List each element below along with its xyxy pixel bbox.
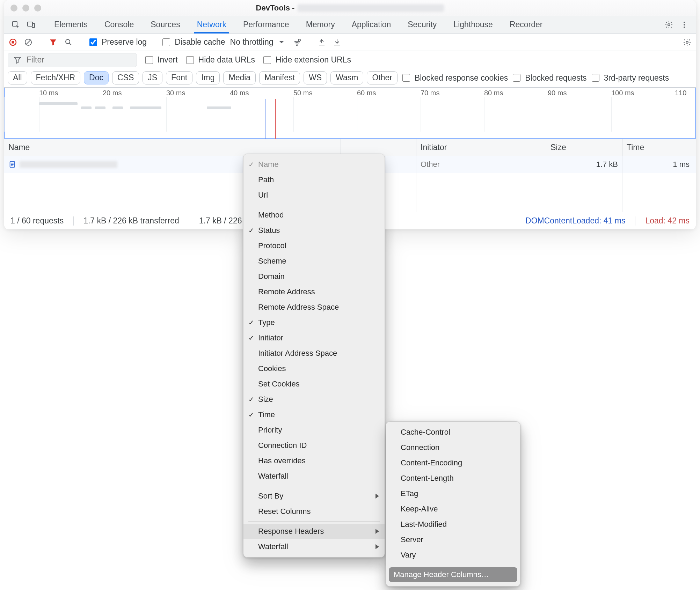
submenu-keep-alive[interactable]: Keep-Alive	[386, 501, 520, 517]
menu-item-connection-id[interactable]: Connection ID	[243, 438, 385, 453]
preserve-log-checkbox[interactable]: Preserve log	[88, 37, 147, 47]
minimize-dot[interactable]	[22, 5, 29, 12]
menu-item-protocol[interactable]: Protocol	[243, 238, 385, 253]
menu-item-has-overrides[interactable]: Has overrides	[243, 453, 385, 469]
submenu-content-encoding[interactable]: Content-Encoding	[386, 455, 520, 471]
submenu-cache-control[interactable]: Cache-Control	[386, 425, 520, 440]
submenu-server[interactable]: Server	[386, 532, 520, 547]
submenu-last-modified[interactable]: Last-Modified	[386, 517, 520, 532]
chip-media[interactable]: Media	[223, 71, 256, 84]
filter-row: Invert Hide data URLs Hide extension URL…	[4, 51, 696, 69]
menu-item-time[interactable]: Time	[243, 407, 385, 422]
menu-item-scheme[interactable]: Scheme	[243, 253, 385, 269]
menu-item-type[interactable]: Type	[243, 315, 385, 330]
status-transferred: 1.7 kB / 226 kB transferred	[83, 216, 179, 226]
menu-item-method[interactable]: Method	[243, 207, 385, 223]
disable-cache-input[interactable]	[162, 38, 170, 46]
tab-performance[interactable]: Performance	[240, 16, 292, 33]
panel-settings-gear-icon[interactable]	[682, 37, 692, 47]
menu-item-size[interactable]: Size	[243, 392, 385, 407]
device-toolbar-icon[interactable]	[26, 20, 36, 30]
chip-css[interactable]: CSS	[112, 71, 139, 84]
col-header-initiator[interactable]: Initiator	[416, 139, 546, 156]
menu-item-priority[interactable]: Priority	[243, 422, 385, 438]
chip-font[interactable]: Font	[166, 71, 192, 84]
chip-doc[interactable]: Doc	[84, 71, 109, 84]
menu-item-sort-by[interactable]: Sort By	[243, 488, 385, 504]
col-header-size[interactable]: Size	[546, 139, 622, 156]
submenu-content-length[interactable]: Content-Length	[386, 471, 520, 486]
tab-security[interactable]: Security	[405, 16, 439, 33]
chip-fetch[interactable]: Fetch/XHR	[31, 71, 80, 84]
tab-elements[interactable]: Elements	[51, 16, 90, 33]
kebab-menu-icon[interactable]	[679, 20, 690, 30]
submenu-manage-header-columns[interactable]: Manage Header Columns…	[389, 567, 517, 582]
svg-point-13	[686, 41, 688, 43]
menu-item-initiator[interactable]: Initiator	[243, 330, 385, 346]
menu-item-initiator-address-space[interactable]: Initiator Address Space	[243, 346, 385, 361]
col-header-empty[interactable]	[341, 139, 416, 156]
tab-console[interactable]: Console	[102, 16, 137, 33]
close-dot[interactable]	[10, 5, 17, 12]
filter-input[interactable]	[26, 55, 132, 65]
filter-funnel-icon[interactable]	[48, 37, 58, 47]
submenu-vary[interactable]: Vary	[386, 547, 520, 563]
settings-gear-icon[interactable]	[664, 20, 674, 30]
menu-item-response-headers[interactable]: Response Headers	[243, 524, 385, 539]
tab-lighthouse[interactable]: Lighthouse	[451, 16, 496, 33]
chip-manifest[interactable]: Manifest	[259, 71, 300, 84]
cell-size: 1.7 kB	[546, 156, 622, 173]
preserve-log-input[interactable]	[89, 38, 97, 46]
chip-wasm[interactable]: Wasm	[330, 71, 363, 84]
menu-item-path[interactable]: Path	[243, 172, 385, 187]
invert-checkbox[interactable]: Invert	[144, 55, 178, 65]
record-icon[interactable]	[8, 37, 18, 47]
window-title: DevTools -	[256, 3, 444, 13]
disable-cache-checkbox[interactable]: Disable cache	[161, 37, 225, 47]
menu-item-remote-address[interactable]: Remote Address	[243, 284, 385, 300]
columns-context-menu[interactable]: Name Path Url Method Status Protocol Sch…	[243, 154, 385, 558]
chip-all[interactable]: All	[8, 71, 27, 84]
title-prefix: DevTools -	[256, 3, 295, 13]
zoom-dot[interactable]	[34, 5, 41, 12]
blocked-requests-checkbox[interactable]: Blocked requests	[511, 73, 586, 83]
hide-data-urls-checkbox[interactable]: Hide data URLs	[185, 55, 255, 65]
inspect-icon[interactable]	[10, 20, 21, 30]
export-har-icon[interactable]	[316, 37, 327, 47]
menu-item-remote-address-space[interactable]: Remote Address Space	[243, 300, 385, 315]
col-header-time[interactable]: Time	[622, 139, 696, 156]
menu-item-waterfall-sub[interactable]: Waterfall	[243, 539, 385, 554]
submenu-etag[interactable]: ETag	[386, 486, 520, 501]
menu-item-waterfall[interactable]: Waterfall	[243, 469, 385, 484]
tab-application[interactable]: Application	[349, 16, 394, 33]
filter-box[interactable]	[8, 53, 137, 67]
menu-item-url[interactable]: Url	[243, 187, 385, 203]
tab-network[interactable]: Network	[194, 16, 229, 33]
menu-item-cookies[interactable]: Cookies	[243, 361, 385, 376]
menu-item-domain[interactable]: Domain	[243, 269, 385, 284]
third-party-requests-checkbox[interactable]: 3rd-party requests	[590, 73, 669, 83]
menu-item-set-cookies[interactable]: Set Cookies	[243, 376, 385, 392]
menu-item-name[interactable]: Name	[243, 157, 385, 172]
tab-recorder[interactable]: Recorder	[507, 16, 546, 33]
response-headers-submenu[interactable]: Cache-Control Connection Content-Encodin…	[386, 421, 520, 587]
import-har-icon[interactable]	[332, 37, 342, 47]
svg-point-12	[298, 39, 300, 41]
chip-js[interactable]: JS	[143, 71, 162, 84]
search-icon[interactable]	[63, 37, 74, 47]
blocked-response-cookies-checkbox[interactable]: Blocked response cookies	[401, 73, 508, 83]
menu-item-reset-columns[interactable]: Reset Columns	[243, 504, 385, 519]
menu-item-status[interactable]: Status	[243, 223, 385, 238]
chip-other[interactable]: Other	[367, 71, 398, 84]
hide-extension-urls-checkbox[interactable]: Hide extension URLs	[262, 55, 351, 65]
tab-sources[interactable]: Sources	[148, 16, 183, 33]
chip-ws[interactable]: WS	[304, 71, 327, 84]
submenu-connection[interactable]: Connection	[386, 440, 520, 455]
throttling-select[interactable]: No throttling	[230, 37, 287, 47]
network-conditions-icon[interactable]	[292, 37, 302, 47]
chip-img[interactable]: Img	[196, 71, 220, 84]
tab-memory[interactable]: Memory	[303, 16, 338, 33]
clear-icon[interactable]	[23, 37, 34, 47]
overview-timeline[interactable]: 10 ms 20 ms 30 ms 40 ms 50 ms 60 ms 70 m…	[4, 88, 696, 139]
col-header-name[interactable]: Name	[4, 139, 341, 156]
